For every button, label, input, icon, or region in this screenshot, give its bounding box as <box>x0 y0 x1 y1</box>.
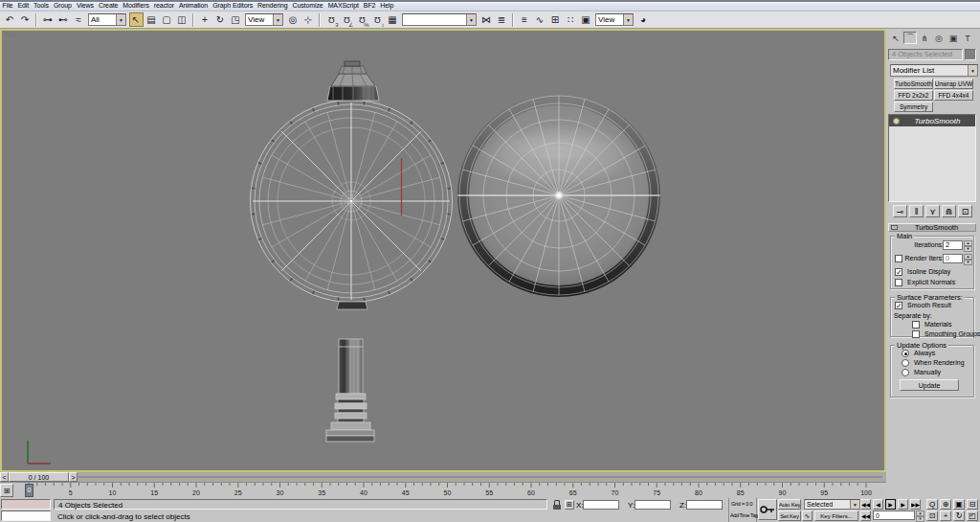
render-iters-spinner[interactable]: ▲▼ <box>964 254 972 263</box>
frame-spinner[interactable]: ▲▼ <box>916 511 924 521</box>
menu-edit[interactable]: Edit <box>15 0 32 11</box>
z-coord-field[interactable] <box>686 500 723 510</box>
panel-tab-motion[interactable]: ◎ <box>932 32 946 44</box>
rollout-header-turbosmooth[interactable]: - TurboSmooth <box>888 223 976 232</box>
render-setup-icon[interactable]: ▣ <box>579 12 593 27</box>
min-max-toggle-button[interactable]: ◰ <box>967 511 978 521</box>
iterations-spinner[interactable]: ▲▼ <box>964 240 972 250</box>
pan-button[interactable]: + <box>940 511 951 521</box>
explicit-normals-checkbox[interactable] <box>895 279 902 286</box>
select-and-rotate-icon[interactable]: ↻ <box>213 12 228 27</box>
prev-frame-button[interactable]: ◀ <box>873 499 883 510</box>
current-frame-marker[interactable]: 0 <box>25 484 33 497</box>
select-by-name-icon[interactable]: ▤ <box>145 12 159 27</box>
set-key-button[interactable]: Set Key <box>778 511 801 521</box>
select-and-link-icon[interactable]: ⊶ <box>41 12 56 27</box>
selection-filter-combo[interactable]: All▼ <box>88 13 126 26</box>
modifier-stack[interactable]: TurboSmooth <box>888 114 976 202</box>
zoom-extents-button[interactable]: ▣ <box>953 499 965 510</box>
curve-editor-icon[interactable]: ∿ <box>533 12 547 27</box>
modifier-button-ffd-2x2x2[interactable]: FFD 2x2x2 <box>894 90 933 101</box>
menu-views[interactable]: Views <box>74 0 96 11</box>
layer-manager-icon[interactable]: ≡ <box>518 12 532 27</box>
select-object-icon[interactable]: ↖ <box>129 12 144 27</box>
remove-modifier-icon[interactable]: ⋒ <box>942 205 956 217</box>
spinner-snap-toggle-icon[interactable]: Ω↕ <box>370 12 385 27</box>
ref-coord-combo-arrow-icon[interactable]: ▼ <box>273 14 282 25</box>
percent-snap-toggle-icon[interactable]: Ω% <box>355 12 369 27</box>
show-end-result-icon[interactable]: ‖ <box>909 205 924 217</box>
render-preset-combo-arrow-icon[interactable]: ▼ <box>623 14 633 25</box>
y-coord-field[interactable] <box>635 500 671 510</box>
select-and-move-icon[interactable]: + <box>198 12 212 27</box>
select-and-manipulate-icon[interactable]: ⊹ <box>301 12 316 27</box>
modifier-button-ffd-4x4x4[interactable]: FFD 4x4x4 <box>934 90 973 101</box>
bind-to-space-warp-icon[interactable]: ≈ <box>72 12 86 27</box>
selection-set-arrow-icon[interactable]: ▼ <box>850 500 859 509</box>
smooth-result-checkbox[interactable]: ✓ <box>895 302 902 309</box>
schematic-view-icon[interactable]: ⊞ <box>548 12 563 27</box>
menu-group[interactable]: Group <box>51 0 74 11</box>
modifier-button-turbosmooth[interactable]: TurboSmooth <box>894 79 933 89</box>
menu-create[interactable]: Create <box>96 0 120 11</box>
rect-selection-region-icon[interactable]: ▢ <box>160 12 174 27</box>
selection-set-dropdown[interactable]: Selected ▼ <box>804 499 860 510</box>
selection-lock-icon[interactable] <box>551 500 562 510</box>
modifier-button-symmetry[interactable]: Symmetry <box>894 102 933 112</box>
quick-render-icon[interactable]: ◕ <box>636 12 651 27</box>
always-radio[interactable] <box>902 350 909 357</box>
edit-named-selection-sets-icon[interactable]: ▦ <box>386 12 400 27</box>
key-filters-button[interactable]: Key Filters... <box>814 511 858 521</box>
region-zoom-button[interactable]: ⊡ <box>926 511 938 521</box>
named-selection-combo-arrow-icon[interactable]: ▼ <box>466 14 476 25</box>
menu-file[interactable]: File <box>0 0 15 11</box>
object-name-field[interactable]: 4 Objects Selected <box>888 49 963 60</box>
configure-modifier-sets-icon[interactable]: ⊡ <box>958 205 972 217</box>
pin-stack-icon[interactable]: ⊸ <box>893 205 907 217</box>
window-crossing-toggle-icon[interactable]: ◫ <box>175 12 189 27</box>
materials-checkbox[interactable] <box>912 321 920 329</box>
menu-modifiers[interactable]: Modifiers <box>121 0 152 11</box>
next-frame-button[interactable]: ▶ <box>898 499 908 510</box>
mini-curve-editor-button[interactable]: ⊞ <box>0 484 13 497</box>
selection-filter-combo-arrow-icon[interactable]: ▼ <box>116 14 125 25</box>
menu-bf2[interactable]: BF2 <box>361 0 378 11</box>
time-slider-prev[interactable]: < <box>0 472 9 482</box>
menu-reactor[interactable]: reactor <box>151 0 176 11</box>
go-to-start-button[interactable]: ◀◀ <box>860 499 871 510</box>
zoom-button[interactable]: Q <box>926 499 938 510</box>
object-color-swatch[interactable] <box>965 49 976 60</box>
smoothing-groups-checkbox[interactable] <box>912 330 920 338</box>
trackbar-ruler[interactable]: 0510152025303540455055606570758085909510… <box>13 483 886 498</box>
default-in-out-tangent[interactable]: ∿ <box>802 511 813 521</box>
auto-key-button[interactable]: Auto Key <box>778 499 801 510</box>
absolute-mode-toggle[interactable]: ⊞ <box>565 500 574 510</box>
panel-tab-create[interactable]: ↖ <box>889 32 902 44</box>
panel-tab-modify[interactable]: ⌒ <box>903 32 917 44</box>
arc-rotate-button[interactable]: ↻ <box>953 511 965 521</box>
modifier-button-unwrap-uvw[interactable]: Unwrap UVW <box>934 79 973 89</box>
select-and-scale-icon[interactable]: ◳ <box>229 12 243 27</box>
material-editor-icon[interactable]: ∷ <box>564 12 578 27</box>
redo-icon[interactable]: ↷ <box>18 12 33 27</box>
make-unique-icon[interactable]: ⋎ <box>925 205 940 217</box>
mirror-icon[interactable]: ⋈ <box>479 12 494 27</box>
render-iters-checkbox[interactable] <box>895 255 902 262</box>
named-selection-combo[interactable]: ▼ <box>402 13 477 26</box>
time-slider-track[interactable] <box>78 476 882 478</box>
viewport-top[interactable]: Top <box>0 29 886 472</box>
set-keys-button[interactable] <box>758 499 777 520</box>
time-slider-handle[interactable]: 0 / 100 <box>9 472 69 482</box>
use-pivot-point-center-icon[interactable]: ◎ <box>286 12 301 27</box>
x-coord-field[interactable] <box>583 500 619 510</box>
key-mode-toggle[interactable]: ◀◀ <box>860 511 871 521</box>
menu-help[interactable]: Help <box>378 0 396 11</box>
undo-icon[interactable]: ↶ <box>3 12 17 27</box>
modifier-list-arrow-icon[interactable]: ▼ <box>968 65 977 76</box>
rollout-collapse-icon[interactable]: - <box>891 225 898 230</box>
menu-tools[interactable]: Tools <box>32 0 52 11</box>
unlink-selection-icon[interactable]: ⊷ <box>56 12 71 27</box>
snap-toggle-3d-icon[interactable]: Ω3 <box>324 12 339 27</box>
zoom-extents-all-button[interactable]: ⊟ <box>967 499 978 510</box>
maxscript-mini-listener-white[interactable] <box>1 511 51 521</box>
